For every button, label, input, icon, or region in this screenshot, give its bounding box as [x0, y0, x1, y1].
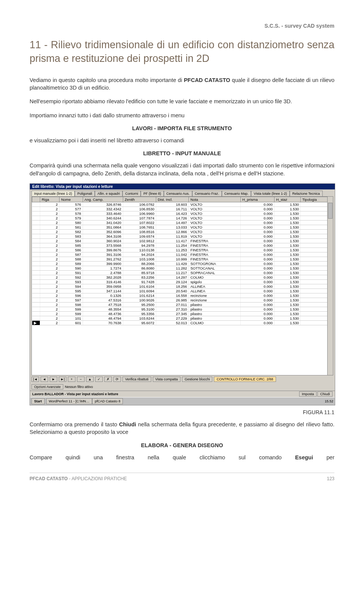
cell: 1.530 — [275, 261, 301, 266]
nav-label-button[interactable]: Vista compatta — [153, 377, 180, 382]
start-button[interactable]: Start — [31, 398, 45, 404]
data-table: RigaNomeAng. Camp.ZenithDist. Incl.NotaH… — [32, 197, 333, 325]
cell: 0.000 — [241, 270, 275, 275]
table-row[interactable]: 2586399.8676110.013811.253FINESTRA0.0001… — [32, 248, 333, 252]
tab-7[interactable]: Censuario Map. — [222, 191, 251, 196]
column-header[interactable]: Riga — [40, 197, 60, 202]
data-table-wrap: RigaNomeAng. Camp.ZenithDist. Incl.NotaH… — [31, 196, 333, 375]
cell: 2 — [40, 202, 60, 207]
cell: 586 — [60, 248, 83, 252]
table-row[interactable]: 259948.473695.335627.345pilastro0.0001.5… — [32, 311, 333, 316]
table-row[interactable]: 2582352.6096108.851612.866VOLTO0.0001.53… — [32, 229, 333, 234]
tab-8[interactable]: Vista totale (linee 1-2) — [251, 191, 289, 196]
table-row[interactable]: 2578333.4640106.996016.423VOLTO0.0001.53… — [32, 211, 333, 216]
column-header[interactable]: Zenith — [123, 197, 156, 202]
table-row[interactable]: 2592382.202883.225614.297COLMO0.0001.530 — [32, 275, 333, 279]
cell: 0.000 — [241, 289, 275, 293]
tab-4[interactable]: PF (linee 8) — [141, 191, 164, 196]
app-screenshot: Edit libretto: Vista per input stazioni … — [30, 183, 335, 405]
cell: 95.3100 — [123, 307, 156, 311]
table-row[interactable]: 2595347.1144101.609420.540ALLINEA0.0001.… — [32, 289, 333, 293]
cell: 47.7518 — [83, 302, 123, 307]
tab-9[interactable]: Relazione Tecnica — [290, 191, 323, 196]
table-row[interactable]: 2584360.9024102.981211.417FINESTRA0.0001… — [32, 238, 333, 243]
page-footer: PFCAD CATASTO - APPLICAZIONI PRATICHE 12… — [30, 473, 334, 481]
taskbar-app[interactable]: pfCAD Catasto 8 — [92, 398, 123, 404]
cell: 347.1144 — [83, 289, 123, 293]
nav-button[interactable]: ✗ — [104, 377, 112, 382]
table-row[interactable]: 210148.4794103.824427.229pilastro0.0001.… — [32, 316, 333, 320]
column-header[interactable]: Nota — [189, 197, 241, 202]
cell: 0.000 — [241, 302, 275, 307]
table-row[interactable]: 25901.727486.808011.282SOTTOCANAL0.0001.… — [32, 266, 333, 270]
taskbar-app[interactable]: WordPerfect 11 - [C:\MN… — [46, 398, 92, 404]
table-row[interactable]: 2589399.990088.206611.429SOTTOGRONA0.000… — [32, 261, 333, 266]
table-row[interactable]: 259747.5316100.902626.985recinzione0.000… — [32, 298, 333, 302]
table-row[interactable]: 25960.1326101.621416.558recinzione0.0001… — [32, 293, 333, 298]
paragraph-6: Confermiamo ora premendo il tasto Chiudi… — [30, 421, 334, 436]
nav-label-button[interactable]: Verifica ribattuti — [122, 377, 151, 382]
paragraph-7: Compare quindi una finestra nella quale … — [30, 454, 334, 461]
nav-button[interactable]: ✓ — [95, 377, 103, 382]
opzioni-avanzate-button[interactable]: Opzioni Avanzate — [31, 384, 63, 389]
nav-label-button[interactable]: Gestione blocchi — [182, 377, 213, 382]
column-header[interactable]: Dist. Incl. — [156, 197, 188, 202]
nav-button[interactable]: ▲ — [86, 377, 94, 382]
table-row[interactable]: 2594359.0958101.610418.256ALLINEA0.0001.… — [32, 284, 333, 289]
table-row[interactable]: 2585373.556894.297811.254FINESTRA0.0001.… — [32, 243, 333, 248]
table-row[interactable]: 2577332.4342106.853016.711VOLTO0.0001.53… — [32, 207, 333, 211]
nav-button[interactable]: + — [68, 377, 75, 382]
cell: 0.000 — [241, 293, 275, 298]
nav-button[interactable]: ◄ — [41, 377, 48, 382]
table-row[interactable]: 2581351.0864108.765113.033VOLTO0.0001.53… — [32, 225, 333, 229]
table-row[interactable]: 2593319.414691.742829.124spigolo0.0001.5… — [32, 279, 333, 284]
cell: 391.3106 — [83, 252, 123, 257]
cell: 106.9960 — [123, 211, 156, 216]
table-row[interactable]: 2583364.3108109.657411.819VOLTO0.0001.53… — [32, 234, 333, 238]
table-row[interactable]: ▶260170.763895.607252.013COLMO0.0001.530 — [32, 320, 333, 325]
cell: 382.2028 — [83, 275, 123, 279]
tab-3[interactable]: Contorni — [122, 191, 141, 196]
navigator-footer: |◄◄►►|+−▲✓✗⟳Verifica ribattutiVista comp… — [30, 375, 335, 383]
vertical-scrollbar[interactable] — [327, 197, 333, 375]
column-header[interactable]: H_prisma — [241, 197, 275, 202]
nav-button[interactable]: ⟳ — [113, 377, 121, 382]
cell: 13.033 — [156, 225, 188, 229]
nav-label-button[interactable]: CONTROLLO FORMALE CIRC. 2/88 — [214, 377, 276, 382]
nav-button[interactable]: |◄ — [31, 377, 39, 382]
column-header[interactable]: Nome — [60, 197, 83, 202]
nav-button[interactable]: ►| — [59, 377, 66, 382]
nav-button[interactable]: ► — [50, 377, 57, 382]
cell: recinzione — [189, 293, 241, 298]
footer-page-number: 123 — [327, 476, 334, 481]
tab-0[interactable]: Input manuale (linee 1-2) — [31, 191, 75, 196]
cell: 12.866 — [156, 229, 188, 234]
table-row[interactable]: 259948.355495.310027.310pilastro0.0001.5… — [32, 307, 333, 311]
footer-left-a: PFCAD CATASTO — [30, 476, 68, 481]
chiudi-button[interactable]: Chiudi — [317, 391, 333, 397]
table-row[interactable]: 2579340.6244107.787414.726VOLTO0.0001.53… — [32, 216, 333, 220]
cell: 587 — [60, 252, 83, 257]
tab-6[interactable]: Censuario Fraz. — [192, 191, 222, 196]
table-row[interactable]: 259847.751895.250027.011pilastro0.0001.5… — [32, 302, 333, 307]
table-row[interactable]: 2580341.0420107.802214.497VOLTO0.0001.53… — [32, 220, 333, 225]
table-row[interactable]: 25912.478885.971811.217SOPRACANAL0.0001.… — [32, 270, 333, 275]
cell: 1.530 — [275, 202, 301, 207]
paragraph-1: Vediamo in questo capitolo una procedura… — [30, 76, 334, 92]
column-header[interactable]: Ang. Camp. — [83, 197, 123, 202]
table-row[interactable]: 2588391.2762103.100810.999FINESTRA0.0001… — [32, 257, 333, 261]
tab-5[interactable]: Censuario Aus. — [164, 191, 192, 196]
nav-button[interactable]: − — [77, 377, 85, 382]
cell: pilastro — [189, 311, 241, 316]
scroll-thumb[interactable] — [328, 203, 333, 219]
table-row[interactable]: 2576326.8746106.078218.603VOLTO0.0001.53… — [32, 202, 333, 207]
cell: 2 — [40, 298, 60, 302]
cell: 1.530 — [275, 248, 301, 252]
tab-2[interactable]: Allin. e squadri — [95, 191, 122, 196]
table-row[interactable]: 2587391.310694.202411.042FINESTRA0.0001.… — [32, 252, 333, 257]
imposta-button[interactable]: Imposta — [299, 391, 317, 397]
cell: 108.7651 — [123, 225, 156, 229]
tab-1[interactable]: Poligonali — [75, 191, 95, 196]
cell: ALLINEA — [189, 289, 241, 293]
column-header[interactable]: H_staz — [275, 197, 301, 202]
